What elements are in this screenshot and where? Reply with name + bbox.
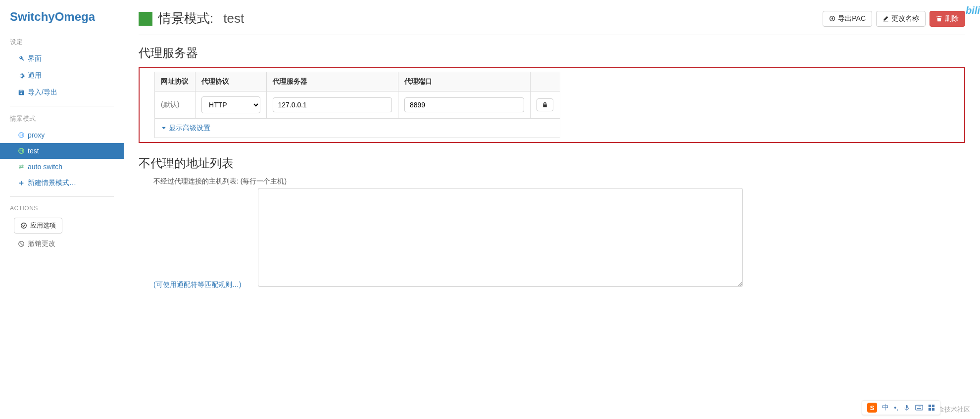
bypass-description: 不经过代理连接的主机列表: (每行一个主机) — [153, 177, 965, 186]
globe-icon — [18, 147, 25, 154]
actions-header: ACTIONS — [0, 201, 124, 216]
ime-lang[interactable]: 中 — [882, 403, 889, 412]
col-server: 代理服务器 — [266, 72, 398, 92]
edit-icon — [882, 15, 889, 22]
auth-lock-button[interactable] — [537, 98, 553, 111]
col-protocol: 代理协议 — [196, 72, 267, 92]
protocol-select[interactable]: HTTP — [201, 96, 260, 113]
sidebar-label: 通用 — [28, 71, 42, 80]
show-advanced-link[interactable]: 显示高级设置 — [161, 124, 210, 133]
server-input[interactable] — [273, 97, 392, 112]
bypass-textarea[interactable] — [258, 188, 743, 287]
sidebar-profile-test[interactable]: test — [0, 143, 124, 159]
proxy-table: 网址协议 代理协议 代理服务器 代理端口 (默认) HTTP — [154, 72, 560, 138]
keyboard-icon[interactable] — [915, 405, 923, 411]
page-header: 情景模式: test 导出PAC 更改名称 删除 — [139, 10, 965, 35]
wrench-icon — [18, 55, 25, 62]
trash-icon — [936, 15, 942, 22]
check-icon — [20, 222, 27, 229]
sogou-icon[interactable]: S — [867, 403, 877, 413]
brand-logo: SwitchyOmega — [0, 10, 124, 34]
profile-name: test — [223, 11, 244, 26]
port-input[interactable] — [404, 97, 524, 112]
svg-rect-18 — [929, 408, 931, 411]
col-actions — [530, 72, 560, 92]
sidebar-label: 界面 — [28, 54, 42, 63]
profile-color-swatch[interactable] — [139, 12, 152, 26]
discard-changes[interactable]: 撤销更改 — [0, 235, 124, 252]
sidebar-profile-autoswitch[interactable]: auto switch — [0, 159, 124, 175]
transfer-icon — [18, 163, 25, 170]
settings-header: 设定 — [0, 34, 124, 50]
advanced-row: 显示高级设置 — [155, 119, 560, 138]
chevron-down-icon — [161, 125, 167, 131]
ime-punct[interactable]: •, — [894, 404, 898, 412]
divider — [10, 196, 114, 197]
bypass-wildcard-link[interactable]: (可使用通配符等匹配规则…) — [153, 280, 241, 289]
sidebar-label: auto switch — [28, 163, 62, 171]
ime-toolbar: S 中 •, — [862, 400, 940, 415]
plus-icon — [18, 180, 25, 186]
discard-label: 撤销更改 — [28, 239, 55, 248]
sidebar-new-profile[interactable]: 新建情景模式… — [0, 175, 124, 191]
rename-button[interactable]: 更改名称 — [876, 11, 926, 27]
sidebar-label: 导入/导出 — [28, 88, 57, 97]
grid-icon[interactable] — [928, 404, 935, 411]
main-content: 情景模式: test 导出PAC 更改名称 删除 代理服务器 — [124, 0, 980, 419]
sidebar-label: proxy — [28, 131, 45, 139]
page-title-prefix: 情景模式: — [158, 10, 213, 27]
proxy-highlight-box: 网址协议 代理协议 代理服务器 代理端口 (默认) HTTP — [139, 67, 965, 143]
bypass-section-title: 不代理的地址列表 — [139, 155, 965, 171]
mic-icon[interactable] — [903, 404, 910, 411]
sidebar-item-import-export[interactable]: 导入/导出 — [0, 84, 124, 101]
svg-rect-17 — [932, 405, 934, 407]
delete-button[interactable]: 删除 — [930, 11, 965, 27]
sidebar-label: 新建情景模式… — [28, 179, 76, 187]
svg-rect-16 — [929, 405, 931, 407]
sidebar-item-interface[interactable]: 界面 — [0, 50, 124, 67]
proxy-row-default: (默认) HTTP — [155, 92, 560, 119]
sidebar-profile-proxy[interactable]: proxy — [0, 127, 124, 143]
col-scheme: 网址协议 — [155, 72, 196, 92]
apply-options-button[interactable]: 应用选项 — [14, 218, 62, 233]
profiles-header: 情景模式 — [0, 110, 124, 127]
scheme-cell: (默认) — [155, 92, 196, 119]
watermark-top: bili — [966, 5, 980, 16]
svg-line-8 — [20, 242, 23, 246]
proxy-section-title: 代理服务器 — [139, 45, 965, 61]
svg-rect-10 — [916, 405, 923, 410]
col-port: 代理端口 — [398, 72, 531, 92]
gear-icon — [18, 72, 25, 79]
svg-rect-19 — [932, 408, 934, 411]
export-pac-button[interactable]: 导出PAC — [823, 11, 872, 27]
divider — [10, 106, 114, 106]
lock-icon — [542, 102, 548, 108]
download-icon — [829, 15, 835, 22]
sidebar: SwitchyOmega 设定 界面 通用 导入/导出 情景模式 pro — [0, 0, 124, 419]
ban-icon — [18, 240, 25, 247]
sidebar-label: test — [28, 147, 39, 155]
globe-icon — [18, 132, 25, 139]
sidebar-item-general[interactable]: 通用 — [0, 67, 124, 84]
apply-label: 应用选项 — [30, 221, 56, 230]
save-icon — [18, 89, 25, 96]
